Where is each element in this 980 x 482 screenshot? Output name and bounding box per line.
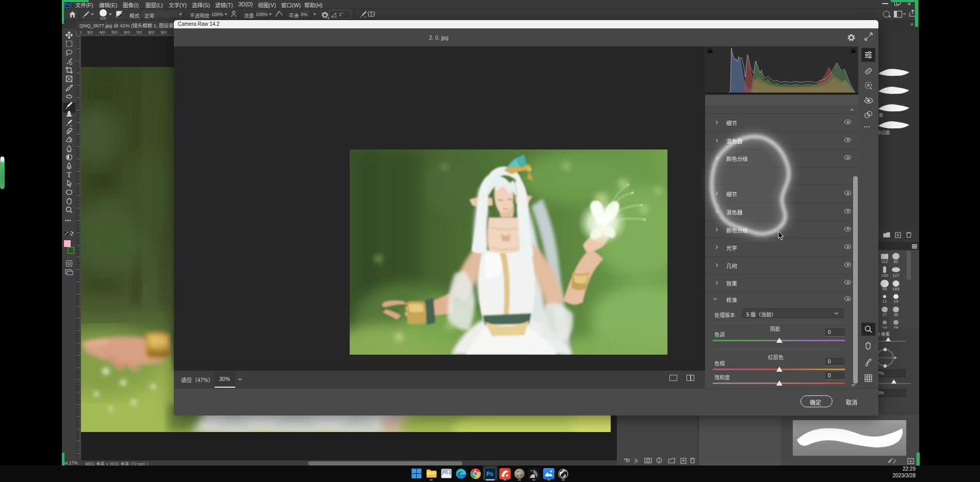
svg-text:59: 59 bbox=[883, 287, 887, 291]
svg-text:27: 27 bbox=[883, 313, 887, 318]
svg-text:127: 127 bbox=[892, 273, 899, 278]
svg-text:19: 19 bbox=[894, 300, 899, 304]
svg-text:112: 112 bbox=[881, 259, 888, 264]
svg-text:12: 12 bbox=[883, 300, 887, 304]
svg-text:60: 60 bbox=[894, 259, 899, 264]
svg-text:183: 183 bbox=[892, 287, 899, 291]
svg-text:Ps: Ps bbox=[486, 471, 493, 477]
svg-text:fx: fx bbox=[634, 458, 639, 463]
svg-text:100: 100 bbox=[881, 273, 888, 278]
svg-text:35: 35 bbox=[894, 313, 899, 318]
svg-text:T: T bbox=[67, 171, 72, 178]
